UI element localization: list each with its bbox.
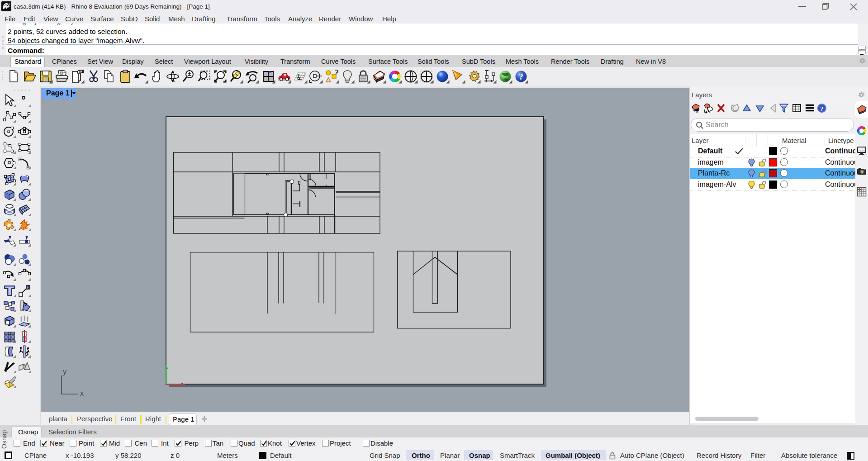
svg-text:?: ?	[519, 72, 523, 81]
svg-text:?: ?	[820, 105, 824, 113]
svg-text:8: 8	[9, 2, 10, 5]
svg-text:x: x	[80, 390, 84, 397]
svg-text:y: y	[63, 368, 66, 375]
